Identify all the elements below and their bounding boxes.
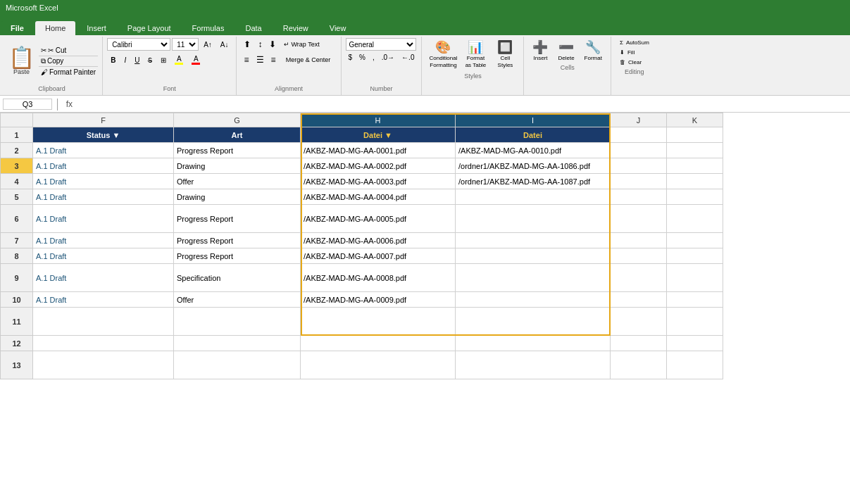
cell-10-J[interactable] <box>611 292 667 308</box>
cell-styles-button[interactable]: 🔲 CellStyles <box>491 38 519 70</box>
align-top-button[interactable]: ⬆ <box>241 38 254 51</box>
cell-11-G[interactable] <box>174 308 301 336</box>
cell-12-G[interactable] <box>174 336 301 351</box>
cell-9-G[interactable]: Specification <box>174 264 301 292</box>
comma-button[interactable]: , <box>370 52 377 63</box>
col-header-G[interactable]: G <box>174 113 301 127</box>
cell-2-J[interactable] <box>611 143 667 158</box>
cell-2-I[interactable]: /AKBZ-MAD-MG-AA-0010.pdf <box>456 143 611 158</box>
cell-13-F[interactable] <box>33 351 174 379</box>
cell-4-J[interactable] <box>611 174 667 189</box>
row-header-12[interactable]: 12 <box>1 336 33 351</box>
cell-2-H[interactable]: /AKBZ-MAD-MG-AA-0001.pdf <box>301 143 456 158</box>
cell-13-G[interactable] <box>174 351 301 379</box>
cell-11-I[interactable] <box>456 308 611 336</box>
cell-1-K[interactable] <box>667 127 723 143</box>
cell-10-G[interactable]: Offer <box>174 292 301 308</box>
row-header-2[interactable]: 2 <box>1 143 33 158</box>
cell-13-K[interactable] <box>667 351 723 379</box>
cell-11-H[interactable] <box>301 308 456 336</box>
col-header-F[interactable]: F <box>33 113 174 127</box>
font-shrink-button[interactable]: A↓ <box>217 38 232 51</box>
cell-3-G[interactable]: Drawing <box>174 158 301 174</box>
cell-8-F[interactable]: A.1 Draft <box>33 248 174 264</box>
cell-8-G[interactable]: Progress Report <box>174 248 301 264</box>
cell-9-I[interactable] <box>456 264 611 292</box>
cell-12-I[interactable] <box>456 336 611 351</box>
row-header-9[interactable]: 9 <box>1 264 33 292</box>
currency-button[interactable]: $ <box>346 52 356 63</box>
align-right-button[interactable]: ≡ <box>268 53 279 66</box>
number-format-select[interactable]: General <box>346 38 416 51</box>
cell-4-G[interactable]: Offer <box>174 174 301 189</box>
row-header-8[interactable]: 8 <box>1 248 33 264</box>
cell-12-K[interactable] <box>667 336 723 351</box>
cell-7-H[interactable]: /AKBZ-MAD-MG-AA-0006.pdf <box>301 233 456 248</box>
cell-8-K[interactable] <box>667 248 723 264</box>
col-header-I[interactable]: I <box>456 113 611 127</box>
row-header-10[interactable]: 10 <box>1 292 33 308</box>
row-header-1[interactable]: 1 <box>1 127 33 143</box>
paste-button[interactable]: 📋 Paste <box>6 46 37 77</box>
delete-button[interactable]: ➖ Delete <box>554 38 578 63</box>
tab-data[interactable]: Data <box>235 21 271 35</box>
cell-5-I[interactable] <box>456 189 611 205</box>
cell-7-G[interactable]: Progress Report <box>174 233 301 248</box>
cell-10-I[interactable] <box>456 292 611 308</box>
align-middle-button[interactable]: ↕ <box>255 38 265 51</box>
tab-view[interactable]: View <box>320 21 356 35</box>
tab-file[interactable]: File <box>1 21 34 35</box>
align-bottom-button[interactable]: ⬇ <box>266 38 279 51</box>
autosum-button[interactable]: Σ AutoSum <box>615 38 654 47</box>
cell-4-H[interactable]: /AKBZ-MAD-MG-AA-0003.pdf <box>301 174 456 189</box>
cell-8-J[interactable] <box>611 248 667 264</box>
cell-5-K[interactable] <box>667 189 723 205</box>
cell-6-I[interactable] <box>456 205 611 233</box>
row-header-6[interactable]: 6 <box>1 205 33 233</box>
name-box[interactable] <box>3 99 52 110</box>
tab-formulas[interactable]: Formulas <box>182 21 235 35</box>
increase-decimal-button[interactable]: .0→ <box>379 52 397 63</box>
cell-7-F[interactable]: A.1 Draft <box>33 233 174 248</box>
format-painter-button[interactable]: 🖌 Format Painter <box>39 68 98 77</box>
cell-7-I[interactable] <box>456 233 611 248</box>
cell-1-G[interactable]: Art <box>174 127 301 143</box>
cell-6-G[interactable]: Progress Report <box>174 205 301 233</box>
border-button[interactable]: ⊞ <box>157 53 170 66</box>
tab-page-layout[interactable]: Page Layout <box>118 21 181 35</box>
cell-3-J[interactable] <box>611 158 667 174</box>
merge-center-button[interactable]: Merge & Center <box>280 53 337 66</box>
cell-3-F[interactable]: A.1 Draft <box>33 158 174 174</box>
insert-button[interactable]: ➕ Insert <box>528 38 552 63</box>
fill-color-button[interactable]: A <box>171 53 187 66</box>
tab-home[interactable]: Home <box>35 21 75 35</box>
cell-2-K[interactable] <box>667 143 723 158</box>
cell-1-I[interactable]: Datei <box>456 127 611 143</box>
cell-2-G[interactable]: Progress Report <box>174 143 301 158</box>
cell-13-J[interactable] <box>611 351 667 379</box>
cell-13-H[interactable] <box>301 351 456 379</box>
cell-3-I[interactable]: /ordner1/AKBZ-MAD-MG-AA-1086.pdf <box>456 158 611 174</box>
cell-1-F[interactable]: Status ▼ <box>33 127 174 143</box>
cell-5-H[interactable]: /AKBZ-MAD-MG-AA-0004.pdf <box>301 189 456 205</box>
cell-11-F[interactable] <box>33 308 174 336</box>
cell-5-F[interactable]: A.1 Draft <box>33 189 174 205</box>
row-header-7[interactable]: 7 <box>1 233 33 248</box>
tab-insert[interactable]: Insert <box>77 21 116 35</box>
cell-12-F[interactable] <box>33 336 174 351</box>
cell-12-H[interactable] <box>301 336 456 351</box>
copy-button[interactable]: ⧉ Copy <box>39 56 98 67</box>
clear-button[interactable]: 🗑 Clear <box>615 58 654 67</box>
cell-7-K[interactable] <box>667 233 723 248</box>
decrease-decimal-button[interactable]: ←.0 <box>399 52 417 63</box>
formula-input[interactable] <box>77 99 847 109</box>
row-header-11[interactable]: 11 <box>1 308 33 336</box>
cell-11-K[interactable] <box>667 308 723 336</box>
cut-button[interactable]: ✂ ✂ Cut <box>39 46 98 55</box>
cell-3-H[interactable]: /AKBZ-MAD-MG-AA-0002.pdf <box>301 158 456 174</box>
cell-8-I[interactable] <box>456 248 611 264</box>
cell-5-G[interactable]: Drawing <box>174 189 301 205</box>
cell-8-H[interactable]: /AKBZ-MAD-MG-AA-0007.pdf <box>301 248 456 264</box>
cell-12-J[interactable] <box>611 336 667 351</box>
cell-13-I[interactable] <box>456 351 611 379</box>
